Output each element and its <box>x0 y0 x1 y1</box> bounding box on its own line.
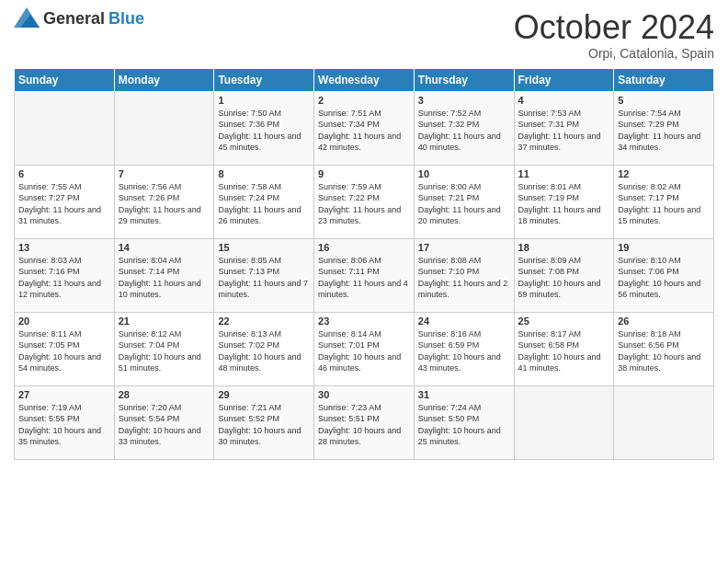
page: GeneralBlue October 2024 Orpi, Catalonia… <box>0 0 728 563</box>
day-number: 5 <box>618 95 710 106</box>
col-saturday: Saturday <box>614 68 714 91</box>
day-number: 21 <box>119 316 210 327</box>
day-info: Sunrise: 8:13 AM Sunset: 7:02 PM Dayligh… <box>218 328 310 374</box>
day-number: 9 <box>318 168 410 179</box>
day-number: 4 <box>518 95 610 106</box>
logo-blue: Blue <box>108 9 144 29</box>
calendar-table: Sunday Monday Tuesday Wednesday Thursday… <box>14 68 714 460</box>
day-number: 2 <box>318 95 410 106</box>
day-info: Sunrise: 8:04 AM Sunset: 7:14 PM Dayligh… <box>119 255 210 301</box>
day-number: 23 <box>318 316 410 327</box>
day-number: 15 <box>218 242 310 253</box>
table-row: 13Sunrise: 8:03 AM Sunset: 7:16 PM Dayli… <box>15 238 115 312</box>
table-row: 23Sunrise: 8:14 AM Sunset: 7:01 PM Dayli… <box>314 312 415 385</box>
day-info: Sunrise: 7:24 AM Sunset: 5:50 PM Dayligh… <box>418 402 510 448</box>
table-row: 18Sunrise: 8:09 AM Sunset: 7:08 PM Dayli… <box>514 238 614 312</box>
day-info: Sunrise: 7:21 AM Sunset: 5:52 PM Dayligh… <box>218 402 310 448</box>
day-info: Sunrise: 8:01 AM Sunset: 7:19 PM Dayligh… <box>518 181 610 227</box>
day-info: Sunrise: 7:56 AM Sunset: 7:26 PM Dayligh… <box>119 181 210 227</box>
day-number: 17 <box>418 242 510 253</box>
header: GeneralBlue October 2024 Orpi, Catalonia… <box>14 9 714 61</box>
day-info: Sunrise: 8:05 AM Sunset: 7:13 PM Dayligh… <box>218 255 310 301</box>
day-number: 28 <box>119 389 210 400</box>
day-number: 10 <box>418 168 510 179</box>
day-info: Sunrise: 8:03 AM Sunset: 7:16 PM Dayligh… <box>18 255 110 301</box>
day-info: Sunrise: 8:16 AM Sunset: 6:59 PM Dayligh… <box>418 328 510 374</box>
col-monday: Monday <box>114 68 214 91</box>
table-row <box>114 91 214 165</box>
day-number: 3 <box>418 95 510 106</box>
day-number: 19 <box>618 242 710 253</box>
day-info: Sunrise: 8:00 AM Sunset: 7:21 PM Dayligh… <box>418 181 510 227</box>
table-row: 1Sunrise: 7:50 AM Sunset: 7:36 PM Daylig… <box>214 91 314 165</box>
day-number: 13 <box>18 242 110 253</box>
day-number: 20 <box>18 316 110 327</box>
day-number: 16 <box>318 242 410 253</box>
day-number: 29 <box>218 389 310 400</box>
day-number: 11 <box>518 168 610 179</box>
table-row: 7Sunrise: 7:56 AM Sunset: 7:26 PM Daylig… <box>114 165 214 238</box>
table-row: 5Sunrise: 7:54 AM Sunset: 7:29 PM Daylig… <box>614 91 714 165</box>
day-number: 6 <box>18 168 110 179</box>
table-row: 9Sunrise: 7:59 AM Sunset: 7:22 PM Daylig… <box>314 165 415 238</box>
day-info: Sunrise: 8:12 AM Sunset: 7:04 PM Dayligh… <box>119 328 210 374</box>
table-row: 27Sunrise: 7:19 AM Sunset: 5:55 PM Dayli… <box>15 385 115 459</box>
table-row: 15Sunrise: 8:05 AM Sunset: 7:13 PM Dayli… <box>214 238 314 312</box>
table-row: 25Sunrise: 8:17 AM Sunset: 6:58 PM Dayli… <box>514 312 614 385</box>
day-info: Sunrise: 7:53 AM Sunset: 7:31 PM Dayligh… <box>518 108 610 154</box>
day-info: Sunrise: 7:20 AM Sunset: 5:54 PM Dayligh… <box>119 402 210 448</box>
logo-icon <box>14 7 40 28</box>
table-row: 28Sunrise: 7:20 AM Sunset: 5:54 PM Dayli… <box>114 385 214 459</box>
table-row <box>614 385 714 459</box>
day-info: Sunrise: 7:52 AM Sunset: 7:32 PM Dayligh… <box>418 108 510 154</box>
day-info: Sunrise: 8:18 AM Sunset: 6:56 PM Dayligh… <box>618 328 710 374</box>
table-row: 8Sunrise: 7:58 AM Sunset: 7:24 PM Daylig… <box>214 165 314 238</box>
calendar-week-row: 6Sunrise: 7:55 AM Sunset: 7:27 PM Daylig… <box>15 165 714 238</box>
table-row <box>514 385 614 459</box>
table-row: 17Sunrise: 8:08 AM Sunset: 7:10 PM Dayli… <box>414 238 514 312</box>
col-wednesday: Wednesday <box>314 68 415 91</box>
day-info: Sunrise: 7:51 AM Sunset: 7:34 PM Dayligh… <box>318 108 410 154</box>
table-row: 19Sunrise: 8:10 AM Sunset: 7:06 PM Dayli… <box>614 238 714 312</box>
day-info: Sunrise: 7:55 AM Sunset: 7:27 PM Dayligh… <box>18 181 110 227</box>
col-sunday: Sunday <box>15 68 115 91</box>
day-number: 8 <box>218 168 310 179</box>
day-number: 30 <box>318 389 410 400</box>
title-block: October 2024 Orpi, Catalonia, Spain <box>514 9 714 61</box>
table-row: 30Sunrise: 7:23 AM Sunset: 5:51 PM Dayli… <box>314 385 415 459</box>
day-number: 31 <box>418 389 510 400</box>
day-number: 14 <box>119 242 210 253</box>
table-row <box>15 91 115 165</box>
day-number: 12 <box>618 168 710 179</box>
table-row: 24Sunrise: 8:16 AM Sunset: 6:59 PM Dayli… <box>414 312 514 385</box>
calendar-week-row: 27Sunrise: 7:19 AM Sunset: 5:55 PM Dayli… <box>15 385 714 459</box>
day-info: Sunrise: 8:02 AM Sunset: 7:17 PM Dayligh… <box>618 181 710 227</box>
day-number: 22 <box>218 316 310 327</box>
col-tuesday: Tuesday <box>214 68 314 91</box>
table-row: 2Sunrise: 7:51 AM Sunset: 7:34 PM Daylig… <box>314 91 415 165</box>
day-number: 7 <box>119 168 210 179</box>
day-info: Sunrise: 8:10 AM Sunset: 7:06 PM Dayligh… <box>618 255 710 301</box>
day-info: Sunrise: 7:23 AM Sunset: 5:51 PM Dayligh… <box>318 402 410 448</box>
day-info: Sunrise: 8:08 AM Sunset: 7:10 PM Dayligh… <box>418 255 510 301</box>
day-number: 24 <box>418 316 510 327</box>
table-row: 11Sunrise: 8:01 AM Sunset: 7:19 PM Dayli… <box>514 165 614 238</box>
logo: GeneralBlue <box>14 9 144 29</box>
day-number: 26 <box>618 316 710 327</box>
table-row: 26Sunrise: 8:18 AM Sunset: 6:56 PM Dayli… <box>614 312 714 385</box>
table-row: 16Sunrise: 8:06 AM Sunset: 7:11 PM Dayli… <box>314 238 415 312</box>
day-info: Sunrise: 8:14 AM Sunset: 7:01 PM Dayligh… <box>318 328 410 374</box>
logo-general: General <box>43 9 105 29</box>
day-number: 27 <box>18 389 110 400</box>
day-info: Sunrise: 7:58 AM Sunset: 7:24 PM Dayligh… <box>218 181 310 227</box>
title-month: October 2024 <box>514 9 714 46</box>
table-row: 14Sunrise: 8:04 AM Sunset: 7:14 PM Dayli… <box>114 238 214 312</box>
day-info: Sunrise: 8:11 AM Sunset: 7:05 PM Dayligh… <box>18 328 110 374</box>
table-row: 22Sunrise: 8:13 AM Sunset: 7:02 PM Dayli… <box>214 312 314 385</box>
day-info: Sunrise: 7:59 AM Sunset: 7:22 PM Dayligh… <box>318 181 410 227</box>
calendar-header-row: Sunday Monday Tuesday Wednesday Thursday… <box>15 68 714 91</box>
calendar-week-row: 20Sunrise: 8:11 AM Sunset: 7:05 PM Dayli… <box>15 312 714 385</box>
day-info: Sunrise: 7:50 AM Sunset: 7:36 PM Dayligh… <box>218 108 310 154</box>
title-location: Orpi, Catalonia, Spain <box>514 46 714 61</box>
calendar-week-row: 13Sunrise: 8:03 AM Sunset: 7:16 PM Dayli… <box>15 238 714 312</box>
